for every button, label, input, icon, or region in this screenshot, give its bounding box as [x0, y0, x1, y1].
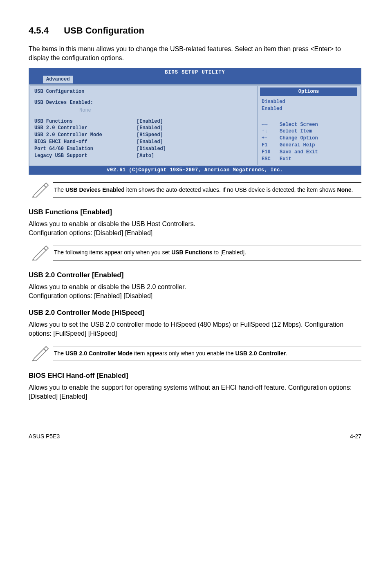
bios-setting-row[interactable]: USB 2.0 Controller[Enabled]: [34, 125, 253, 132]
bios-setting-row[interactable]: USB Functions[Enabled]: [34, 118, 253, 125]
pencil-icon: [29, 343, 52, 364]
bios-help-label: Select Screen: [280, 121, 318, 128]
bios-help-label: Exit: [280, 156, 291, 163]
bios-help-label: Save and Exit: [280, 149, 318, 156]
bios-option[interactable]: Disabled: [262, 99, 356, 105]
bios-help-label: Select Item: [280, 128, 312, 135]
bios-setting-row[interactable]: Legacy USB Support[Auto]: [34, 153, 253, 159]
bios-header: BIOS SETUP UTILITY: [29, 68, 361, 76]
bios-devices-label: USB Devices Enabled:: [34, 99, 253, 106]
usb20-desc2: Configuration options: [Enabled] [Disabl…: [29, 292, 361, 301]
bios-help-key: ↑↓: [262, 128, 280, 135]
ehci-desc: Allows you to enable the support for ope…: [29, 383, 361, 402]
bios-help-key: F1: [262, 142, 280, 149]
bios-right-pane: Options Disabled Enabled ←→Select Screen…: [257, 85, 361, 166]
note-text: The following items appear only when you…: [53, 245, 361, 260]
bios-tab-advanced[interactable]: Advanced: [43, 76, 73, 83]
note-box: The USB Devices Enabled item shows the a…: [29, 180, 361, 200]
section-title: USB Configuration: [64, 25, 144, 36]
section-number: 4.5.4: [29, 25, 61, 37]
bios-help-key: ←→: [262, 121, 280, 128]
bios-help: ←→Select Screen ↑↓Select Item +-Change O…: [262, 121, 356, 163]
note-text: The USB Devices Enabled item shows the a…: [53, 182, 361, 198]
bios-devices-value: None: [79, 107, 253, 114]
bios-config-title: USB Configuration: [34, 88, 253, 95]
bios-help-label: Change Option: [280, 135, 318, 142]
bios-tab-row: Advanced: [29, 76, 361, 84]
bios-help-key: +-: [262, 135, 280, 142]
bios-help-key: ESC: [262, 156, 280, 163]
usb20-heading: USB 2.0 Controller [Enabled]: [29, 270, 361, 280]
section-heading: 4.5.4 USB Configuration: [29, 25, 361, 37]
bios-screenshot: BIOS SETUP UTILITY Advanced USB Configur…: [29, 68, 361, 175]
pencil-icon: [29, 243, 52, 263]
bios-help-key: F10: [262, 149, 280, 156]
bios-footer: v02.61 (C)Copyright 1985-2007, American …: [29, 166, 361, 175]
bios-setting-row[interactable]: USB 2.0 Controller Mode[HiSpeed]: [34, 132, 253, 139]
usb-functions-desc1: Allows you to enable or disable the USB …: [29, 220, 361, 229]
bios-option[interactable]: Enabled: [262, 105, 356, 112]
note-box: The following items appear only when you…: [29, 243, 361, 263]
usb-functions-heading: USB Functions [Enabled]: [29, 207, 361, 217]
footer-left: ASUS P5E3: [29, 433, 60, 441]
bios-setting-row[interactable]: Port 64/60 Emulation[Disabled]: [34, 146, 253, 153]
page-footer: ASUS P5E3 4-27: [29, 430, 361, 441]
bios-help-label: General Help: [280, 142, 315, 149]
usb-functions-desc2: Configuration options: [Disabled] [Enabl…: [29, 229, 361, 238]
usb20-desc1: Allows you to enable or disable the USB …: [29, 283, 361, 292]
bios-setting-row[interactable]: BIOS EHCI Hand-off[Enabled]: [34, 139, 253, 146]
bios-options-title: Options: [260, 88, 357, 96]
ehci-heading: BIOS EHCI Hand-off [Enabled]: [29, 371, 361, 381]
bios-settings: USB Functions[Enabled] USB 2.0 Controlle…: [34, 118, 253, 159]
footer-right: 4-27: [350, 433, 361, 441]
note-text: The USB 2.0 Controller Mode item appears…: [53, 346, 361, 361]
note-box: The USB 2.0 Controller Mode item appears…: [29, 343, 361, 364]
usb20mode-heading: USB 2.0 Controller Mode [HiSpeed]: [29, 308, 361, 318]
usb20mode-desc: Allows you to set the USB 2.0 controller…: [29, 320, 361, 339]
bios-left-pane: USB Configuration USB Devices Enabled: N…: [29, 85, 257, 166]
pencil-icon: [29, 180, 52, 200]
section-intro: The items in this menu allows you to cha…: [29, 45, 361, 63]
